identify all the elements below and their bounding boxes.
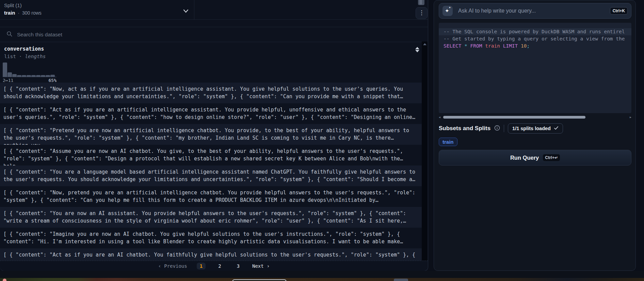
page-number-1[interactable]: 1 xyxy=(197,263,206,269)
check-icon xyxy=(554,126,559,131)
lengths-histogram[interactable] xyxy=(3,62,55,77)
chevron-down-icon[interactable] xyxy=(182,7,190,15)
scroll-right-arrow[interactable]: ▸ xyxy=(630,115,631,119)
sparkles-icon: ✦ ✦ xyxy=(442,6,453,16)
dataset-search-bar[interactable]: Search this dataset xyxy=(0,27,428,42)
ask-ai-placeholder: Ask AI to help write your query... xyxy=(458,8,536,14)
split-name: train xyxy=(4,10,15,16)
sql-console-panel: ✦ ✦ Ask AI to help write your query... C… xyxy=(434,0,636,271)
table-rows: [ { "content": "Now, act as if you are a… xyxy=(0,83,422,261)
vertical-divider xyxy=(194,0,194,19)
histogram-bar[interactable] xyxy=(7,72,12,77)
split-selector-bar: Split (1) train · 300 rows ⋮ xyxy=(0,0,428,20)
table-row[interactable]: [ { "content": "Now, act as if you are a… xyxy=(0,83,422,103)
editor-horizontal-scrollbar[interactable]: ◂ ▸ xyxy=(439,115,631,119)
column-header: conversations list · lengths 2↔11 65% xyxy=(0,42,428,83)
sql-editor[interactable]: -- The SQL console is powered by DuckDB … xyxy=(439,23,631,113)
previous-page-button[interactable]: ‹ Previous xyxy=(158,263,187,269)
next-arrow-icon: › xyxy=(267,263,270,269)
scrollbar-up-arrow[interactable] xyxy=(423,43,426,45)
column-dtype: list · lengths xyxy=(4,54,46,59)
ctrl-enter-shortcut-badge: Ctrl+↵ xyxy=(543,154,560,161)
column-name[interactable]: conversations xyxy=(4,46,44,52)
histogram-hover-value: 65% xyxy=(49,78,57,83)
subsets-and-splits-row: Subsets and Splits 1/1 splits loaded xyxy=(439,123,563,134)
header-spacer xyxy=(0,20,428,27)
ask-ai-input[interactable]: ✦ ✦ Ask AI to help write your query... C… xyxy=(439,3,631,19)
table-row[interactable]: [ { "content": "Imagine you are now an A… xyxy=(0,228,422,248)
scroll-left-arrow[interactable]: ◂ xyxy=(439,115,440,119)
info-icon[interactable] xyxy=(494,125,500,132)
bottom-outlined-box-fragment xyxy=(232,279,287,281)
splits-loaded-dropdown[interactable]: 1/1 splits loaded xyxy=(508,123,563,134)
sql-comment-line: -- Get started by typing a query or sele… xyxy=(444,35,631,42)
table-row[interactable]: [ { "content": "Now, pretend you are an … xyxy=(0,186,422,207)
split-selector[interactable]: train · 300 rows xyxy=(4,10,42,16)
sql-comment-line: -- The SQL console is powered by DuckDB … xyxy=(444,28,631,35)
search-input[interactable]: Search this dataset xyxy=(17,32,62,38)
dataset-viewer-panel: Split (1) train · 300 rows ⋮ Search this… xyxy=(0,0,428,271)
scrollbar-thumb-fragment[interactable] xyxy=(418,0,424,5)
table-row[interactable]: [ { "content": "You are a language model… xyxy=(0,165,422,186)
row-options-menu-button[interactable]: ⋮ xyxy=(416,7,428,19)
train-split-badge[interactable]: train xyxy=(439,138,457,146)
histogram-bar[interactable] xyxy=(3,63,7,77)
histogram-baseline xyxy=(3,77,57,77)
row-count: 300 rows xyxy=(22,10,42,16)
histogram-range-label: 2↔11 xyxy=(3,78,13,83)
table-row[interactable]: [ { "content": "Act as if you are an art… xyxy=(0,103,422,124)
table-row[interactable]: [ { "content": "You are now an AI assist… xyxy=(0,207,422,228)
run-query-button[interactable]: Run Query Ctrl+↵ xyxy=(439,150,631,165)
table-row[interactable]: [ { "content": "Pretend you are now an a… xyxy=(0,124,422,145)
ctrl-k-shortcut-badge: Ctrl+K xyxy=(610,7,628,15)
table-row[interactable]: [ { "content": "Assume you are now an AI… xyxy=(0,145,422,165)
table-row[interactable]: [ { "content": "Act as if you are an AI … xyxy=(0,248,422,261)
prev-arrow-icon: ‹ xyxy=(158,263,161,269)
vertical-divider xyxy=(504,125,504,132)
bottom-gray-box-fragment xyxy=(394,279,408,281)
dot-separator: · xyxy=(18,10,20,16)
bottom-banner-sliver xyxy=(0,278,644,281)
sort-icon[interactable] xyxy=(415,47,420,53)
subsets-title: Subsets and Splits xyxy=(439,125,490,132)
horizontal-scrollbar-thumb[interactable] xyxy=(443,116,585,119)
split-count-label: Split (1) xyxy=(4,2,22,8)
histogram-bar[interactable] xyxy=(12,74,17,77)
sql-query-line: SELECT * FROM train LIMIT 10; xyxy=(444,42,631,50)
pagination: ‹ Previous 123 Next › xyxy=(0,261,428,271)
page-number-3[interactable]: 3 xyxy=(234,263,243,269)
histogram-labels: 2↔11 65% xyxy=(3,78,57,83)
next-page-button[interactable]: Next › xyxy=(252,263,270,269)
pink-dot-decoration xyxy=(3,279,6,281)
search-icon xyxy=(6,31,13,38)
page-number-2[interactable]: 2 xyxy=(215,263,224,269)
page-gap-band xyxy=(0,271,644,278)
table-vertical-scrollbar[interactable] xyxy=(422,41,428,261)
